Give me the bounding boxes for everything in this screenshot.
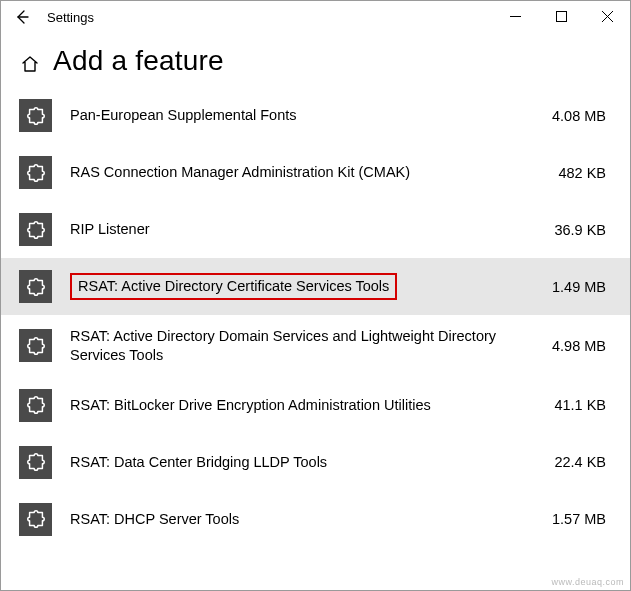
feature-size: 41.1 KB [552, 397, 612, 413]
feature-item[interactable]: RSAT: BitLocker Drive Encryption Adminis… [1, 377, 630, 434]
feature-item[interactable]: RSAT: Data Center Bridging LLDP Tools22.… [1, 434, 630, 491]
home-icon [20, 54, 40, 74]
page-title: Add a feature [53, 45, 224, 77]
feature-label: Pan-European Supplemental Fonts [70, 106, 552, 125]
puzzle-icon [19, 270, 52, 303]
close-button[interactable] [584, 1, 630, 31]
feature-item[interactable]: RSAT: DHCP Server Tools1.57 MB [1, 491, 630, 548]
feature-size: 22.4 KB [552, 454, 612, 470]
feature-item[interactable]: Pan-European Supplemental Fonts4.08 MB [1, 87, 630, 144]
arrow-left-icon [14, 9, 30, 25]
title-bar: Settings [1, 1, 630, 33]
feature-size: 4.08 MB [552, 108, 612, 124]
puzzle-icon [19, 156, 52, 189]
window-controls [492, 1, 630, 33]
maximize-button[interactable] [538, 1, 584, 31]
puzzle-icon [19, 389, 52, 422]
feature-label: RSAT: Active Directory Certificate Servi… [70, 273, 552, 300]
puzzle-icon [19, 213, 52, 246]
feature-list: Pan-European Supplemental Fonts4.08 MB R… [1, 87, 630, 590]
feature-size: 36.9 KB [552, 222, 612, 238]
minimize-icon [510, 11, 521, 22]
feature-label: RSAT: Active Directory Domain Services a… [70, 327, 552, 365]
puzzle-icon [19, 99, 52, 132]
watermark: www.deuaq.com [551, 577, 624, 587]
feature-label: RSAT: DHCP Server Tools [70, 510, 552, 529]
feature-size: 482 KB [552, 165, 612, 181]
feature-item[interactable]: RAS Connection Manager Administration Ki… [1, 144, 630, 201]
feature-item[interactable]: RIP Listener36.9 KB [1, 201, 630, 258]
maximize-icon [556, 11, 567, 22]
feature-label: RAS Connection Manager Administration Ki… [70, 163, 552, 182]
page-header: Add a feature [1, 33, 630, 87]
feature-size: 4.98 MB [552, 338, 612, 354]
feature-item[interactable]: RSAT: Active Directory Domain Services a… [1, 315, 630, 377]
settings-window: Settings Add a feature Pan-European Supp… [0, 0, 631, 591]
puzzle-icon [19, 503, 52, 536]
feature-size: 1.49 MB [552, 279, 612, 295]
close-icon [602, 11, 613, 22]
feature-item[interactable]: RSAT: Active Directory Certificate Servi… [1, 258, 630, 315]
svg-rect-0 [556, 11, 566, 21]
highlight-box: RSAT: Active Directory Certificate Servi… [70, 273, 397, 300]
window-title: Settings [37, 10, 94, 25]
puzzle-icon [19, 329, 52, 362]
minimize-button[interactable] [492, 1, 538, 31]
feature-size: 1.57 MB [552, 511, 612, 527]
home-button[interactable] [19, 53, 41, 75]
feature-label: RIP Listener [70, 220, 552, 239]
feature-label: RSAT: BitLocker Drive Encryption Adminis… [70, 396, 552, 415]
back-button[interactable] [7, 2, 37, 32]
puzzle-icon [19, 446, 52, 479]
feature-label: RSAT: Data Center Bridging LLDP Tools [70, 453, 552, 472]
